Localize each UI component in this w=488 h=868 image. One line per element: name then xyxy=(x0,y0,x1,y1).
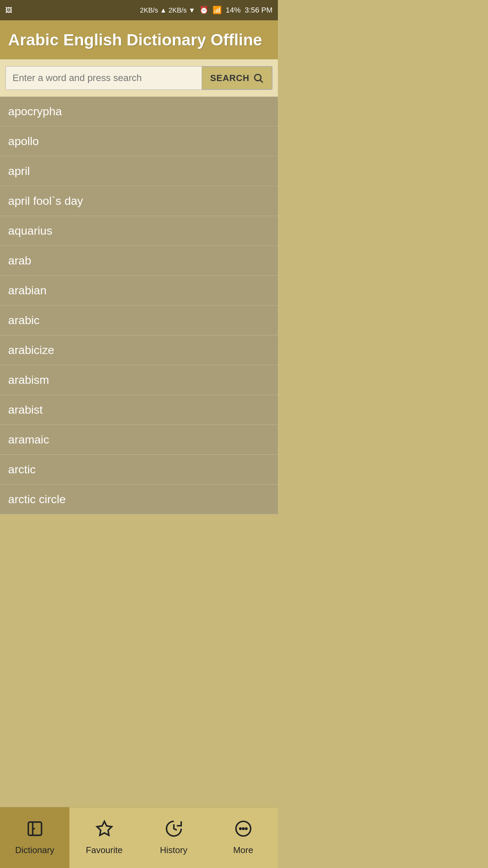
list-item[interactable]: arctic circle xyxy=(0,485,278,514)
word-list: apocryphaapolloaprilapril fool`s dayaqua… xyxy=(0,97,278,807)
search-icon xyxy=(253,73,264,83)
list-item[interactable]: aramaic xyxy=(0,425,278,455)
app-title: Arabic English Dictionary Offline xyxy=(8,31,270,49)
list-item[interactable]: arabist xyxy=(0,395,278,425)
nav-item-dictionary[interactable]: Dictionary xyxy=(0,807,69,868)
notification-icon: 🖼 xyxy=(5,6,12,14)
history-icon xyxy=(165,820,183,842)
app-header: Arabic English Dictionary Offline xyxy=(0,20,278,59)
bottom-navigation: Dictionary Favourite History More xyxy=(0,807,278,868)
search-button[interactable]: SEARCH xyxy=(202,66,272,90)
search-button-label: SEARCH xyxy=(210,73,249,83)
nav-item-more[interactable]: More xyxy=(208,807,278,868)
list-item[interactable]: april fool`s day xyxy=(0,186,278,216)
signal-icon: 📶 xyxy=(212,6,222,15)
list-item[interactable]: arab xyxy=(0,246,278,276)
nav-label-more: More xyxy=(233,845,253,855)
book-icon xyxy=(26,820,44,842)
nav-label-history: History xyxy=(160,845,187,855)
svg-line-1 xyxy=(260,80,263,82)
list-item[interactable]: apollo xyxy=(0,126,278,156)
list-item[interactable]: arctic xyxy=(0,455,278,485)
nav-item-history[interactable]: History xyxy=(139,807,208,868)
status-bar: 🖼 2KB/s ▲ 2KB/s ▼ ⏰ 📶 14% 3:56 PM xyxy=(0,0,278,20)
list-item[interactable]: arabian xyxy=(0,276,278,305)
nav-label-favourite: Favourite xyxy=(86,845,122,855)
more-icon xyxy=(235,820,252,842)
nav-label-dictionary: Dictionary xyxy=(15,845,55,855)
list-item[interactable]: arabicize xyxy=(0,335,278,365)
list-item[interactable]: apocrypha xyxy=(0,97,278,126)
list-item[interactable]: arabism xyxy=(0,365,278,395)
svg-point-8 xyxy=(242,828,244,829)
network-speed: 2KB/s ▲ 2KB/s ▼ xyxy=(140,6,195,14)
search-input[interactable] xyxy=(5,66,202,90)
svg-point-0 xyxy=(255,74,261,81)
svg-marker-5 xyxy=(97,821,111,835)
star-icon xyxy=(96,820,113,842)
list-item[interactable]: aquarius xyxy=(0,216,278,246)
nav-item-favourite[interactable]: Favourite xyxy=(69,807,139,868)
clock: 3:56 PM xyxy=(245,6,272,15)
alarm-icon: ⏰ xyxy=(199,6,208,15)
list-item[interactable]: april xyxy=(0,156,278,186)
battery-level: 14% xyxy=(226,6,241,15)
svg-point-7 xyxy=(240,828,241,829)
svg-point-9 xyxy=(245,828,247,829)
search-bar: SEARCH xyxy=(0,59,278,97)
list-item[interactable]: arabic xyxy=(0,305,278,335)
